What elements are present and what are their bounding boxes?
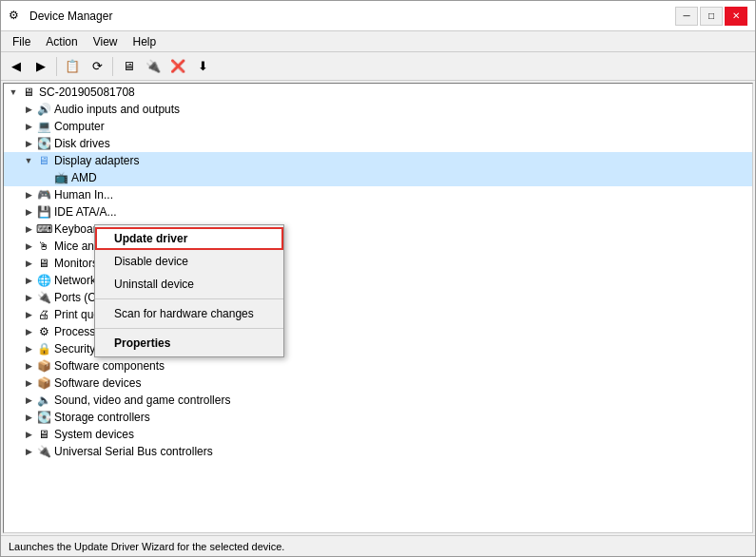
toolbar: ◀ ▶ 📋 ⟳ 🖥 🔌 ❌ ⬇	[1, 52, 755, 81]
item-label: Software devices	[54, 376, 141, 390]
update-driver-label: Update driver	[114, 232, 187, 245]
item-label: Display adapters	[54, 154, 139, 167]
item-label: IDE ATA/A...	[54, 205, 117, 219]
menu-bar: File Action View Help	[1, 31, 755, 52]
uninstall-device-label: Uninstall device	[114, 278, 194, 291]
display-button[interactable]: 🖥	[117, 55, 140, 78]
content-area: ▼ 🖥 SC-201905081708 ▶ 🔊 Audio inputs and…	[1, 81, 755, 535]
menu-action[interactable]: Action	[38, 33, 85, 50]
properties-button[interactable]: 📋	[61, 55, 84, 78]
list-item[interactable]: ▶ 📦 Software components	[4, 357, 752, 375]
item-icon: 💾	[36, 204, 51, 220]
update-button[interactable]: ⬇	[191, 55, 214, 78]
item-icon: 💽	[36, 136, 51, 151]
item-label: Computer	[54, 120, 105, 133]
item-label: Storage controllers	[54, 411, 150, 424]
item-icon: 📺	[53, 170, 68, 185]
item-label: AMD	[71, 171, 97, 184]
item-icon: 🖱	[36, 239, 51, 254]
expand-icon: ▶	[21, 136, 36, 151]
menu-view[interactable]: View	[86, 33, 126, 50]
expand-icon: ▶	[21, 256, 36, 271]
item-label: Human In...	[54, 188, 113, 202]
list-item[interactable]: ▶ 💻 Computer	[4, 118, 752, 135]
expand-icon: ▶	[21, 119, 36, 134]
item-icon: 🖨	[36, 307, 51, 322]
expand-icon: ▶	[21, 444, 36, 459]
context-menu-properties[interactable]: Properties	[95, 332, 283, 355]
list-item[interactable]: ▼ 🖥 Display adapters	[4, 152, 752, 169]
item-icon: 🔒	[36, 341, 51, 356]
item-label: Sound, video and game controllers	[54, 394, 230, 407]
item-icon: 💻	[36, 119, 51, 134]
list-item[interactable]: ▶ 📦 Software devices	[4, 375, 752, 392]
app-icon: ⚙	[9, 9, 24, 24]
expand-icon: ▶	[21, 273, 36, 288]
list-item[interactable]: ▶ 🖥 System devices	[4, 426, 752, 443]
item-icon: ⌨	[36, 221, 51, 237]
status-bar: Launches the Update Driver Wizard for th…	[1, 535, 755, 556]
title-controls: ─ □ ✕	[675, 7, 747, 26]
expand-icon: ▶	[21, 393, 36, 408]
item-icon: 🎮	[36, 187, 51, 202]
toolbar-sep-1	[56, 57, 57, 76]
expand-icon: ▶	[21, 375, 36, 391]
expand-icon: ▶	[21, 341, 36, 356]
list-item[interactable]: ▶ 💾 IDE ATA/A...	[4, 203, 752, 221]
menu-help[interactable]: Help	[126, 33, 165, 50]
back-button[interactable]: ◀	[5, 55, 28, 78]
item-icon: 🖥	[36, 153, 51, 168]
list-item[interactable]: ▶ 💽 Disk drives	[4, 135, 752, 152]
forward-button[interactable]: ▶	[29, 55, 52, 78]
list-item[interactable]: 📺 AMD	[4, 169, 752, 186]
item-label: System devices	[54, 428, 134, 441]
list-item[interactable]: ▶ 🔌 Universal Serial Bus controllers	[4, 443, 752, 460]
item-icon: 🖥	[36, 427, 51, 442]
tree-root[interactable]: ▼ 🖥 SC-201905081708	[4, 84, 752, 101]
menu-file[interactable]: File	[5, 33, 38, 50]
context-menu-update-driver[interactable]: Update driver	[95, 227, 283, 250]
context-menu: Update driver Disable device Uninstall d…	[94, 224, 284, 357]
title-bar: ⚙ Device Manager ─ □ ✕	[1, 1, 755, 31]
expand-icon	[38, 170, 53, 185]
item-icon: 🔈	[36, 393, 51, 408]
expand-icon: ▶	[21, 410, 36, 425]
properties-label: Properties	[114, 336, 170, 350]
remove-button[interactable]: ❌	[166, 55, 189, 78]
refresh-button[interactable]: ⟳	[86, 55, 108, 78]
item-icon: 📦	[36, 375, 51, 391]
device-manager-window: ⚙ Device Manager ─ □ ✕ File Action View …	[0, 0, 756, 557]
expand-icon: ▶	[21, 204, 36, 220]
list-item[interactable]: ▶ 🔈 Sound, video and game controllers	[4, 392, 752, 409]
expand-icon: ▶	[21, 290, 36, 305]
item-label: Audio inputs and outputs	[54, 103, 180, 116]
context-menu-sep-2	[95, 328, 283, 329]
add-button[interactable]: 🔌	[142, 55, 165, 78]
disable-device-label: Disable device	[114, 255, 188, 268]
root-icon: 🖥	[21, 85, 36, 100]
device-tree[interactable]: ▼ 🖥 SC-201905081708 ▶ 🔊 Audio inputs and…	[3, 83, 753, 533]
expand-icon: ▶	[21, 427, 36, 442]
list-item[interactable]: ▶ 🎮 Human In...	[4, 186, 752, 203]
item-icon: 🌐	[36, 273, 51, 288]
root-expand-icon: ▼	[6, 85, 21, 100]
expand-icon: ▶	[21, 187, 36, 202]
context-menu-disable-device[interactable]: Disable device	[95, 250, 283, 273]
expand-icon: ▶	[21, 358, 36, 374]
item-icon: 💽	[36, 410, 51, 425]
item-icon: 🔌	[36, 290, 51, 305]
context-menu-uninstall-device[interactable]: Uninstall device	[95, 273, 283, 296]
expand-icon: ▼	[21, 153, 36, 168]
context-menu-scan[interactable]: Scan for hardware changes	[95, 302, 283, 325]
root-label: SC-201905081708	[39, 86, 135, 99]
expand-icon: ▶	[21, 307, 36, 322]
item-label: Monitors	[54, 257, 98, 270]
list-item[interactable]: ▶ 💽 Storage controllers	[4, 409, 752, 426]
minimize-button[interactable]: ─	[675, 7, 698, 26]
maximize-button[interactable]: □	[700, 7, 723, 26]
title-left: ⚙ Device Manager	[9, 9, 112, 24]
window-title: Device Manager	[29, 10, 112, 23]
close-button[interactable]: ✕	[725, 7, 747, 26]
list-item[interactable]: ▶ 🔊 Audio inputs and outputs	[4, 101, 752, 118]
item-label: Software components	[54, 359, 165, 373]
